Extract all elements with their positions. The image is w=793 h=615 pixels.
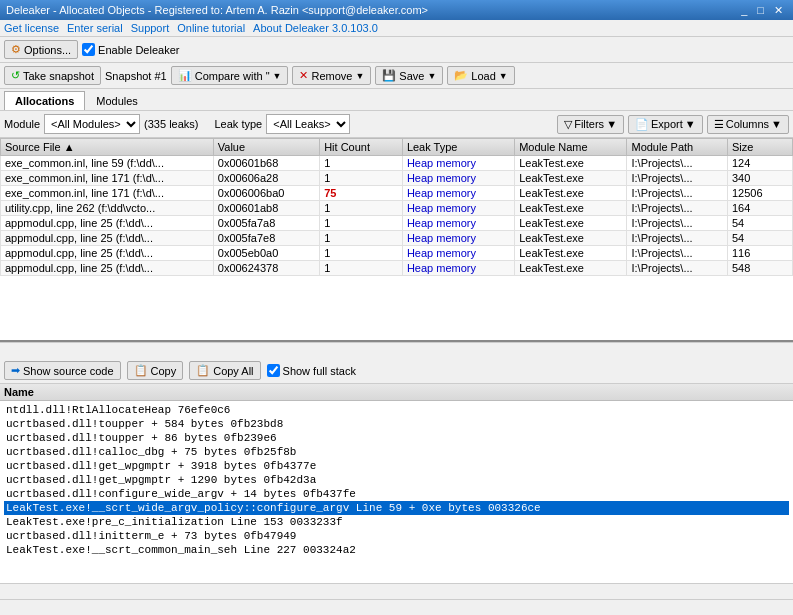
table-row[interactable]: exe_common.inl, line 59 (f:\dd\... 0x006… — [1, 156, 793, 171]
table-row[interactable]: appmodul.cpp, line 25 (f:\dd\... 0x005eb… — [1, 246, 793, 261]
col-header-leaktype[interactable]: Leak Type — [402, 139, 514, 156]
columns-button[interactable]: ☰ Columns ▼ — [707, 115, 789, 134]
module-select[interactable]: <All Modules> — [44, 114, 140, 134]
filter-icon: ▽ — [564, 118, 572, 131]
cell-value: 0x005fa7e8 — [213, 231, 319, 246]
menu-bar: Get license Enter serial Support Online … — [0, 20, 793, 37]
cell-modulename: LeakTest.exe — [515, 261, 627, 276]
menu-about[interactable]: About Deleaker 3.0.103.0 — [253, 22, 378, 34]
cell-size: 548 — [727, 261, 792, 276]
col-header-modulepath[interactable]: Module Path — [627, 139, 727, 156]
tab-modules[interactable]: Modules — [85, 91, 149, 110]
stack-item[interactable]: LeakTest.exe!__scrt_wide_argv_policy::co… — [4, 501, 789, 515]
module-count: (335 leaks) — [144, 118, 198, 130]
cell-modulename: LeakTest.exe — [515, 231, 627, 246]
tab-bar: Allocations Modules — [0, 89, 793, 111]
stack-horizontal-scrollbar[interactable] — [0, 583, 793, 599]
columns-icon: ☰ — [714, 118, 724, 131]
col-header-hitcount[interactable]: Hit Count — [320, 139, 403, 156]
table-row[interactable]: utility.cpp, line 262 (f:\dd\vcto... 0x0… — [1, 201, 793, 216]
col-header-size[interactable]: Size — [727, 139, 792, 156]
stack-item[interactable]: ucrtbased.dll!toupper + 86 bytes 0fb239e… — [4, 431, 789, 445]
bottom-toolbar: ➡ Show source code 📋 Copy 📋 Copy All Sho… — [0, 358, 793, 384]
cell-modulepath: I:\Projects\... — [627, 246, 727, 261]
title-text: Deleaker - Allocated Objects - Registere… — [6, 4, 428, 16]
table-header-row: Source File ▲ Value Hit Count Leak Type — [1, 139, 793, 156]
filters-button[interactable]: ▽ Filters ▼ — [557, 115, 624, 134]
export-arrow: ▼ — [685, 118, 696, 130]
cell-value: 0x00601b68 — [213, 156, 319, 171]
cell-source: utility.cpp, line 262 (f:\dd\vcto... — [1, 201, 214, 216]
save-button[interactable]: 💾 Save ▼ — [375, 66, 443, 85]
stack-item[interactable]: ucrtbased.dll!toupper + 584 bytes 0fb23b… — [4, 417, 789, 431]
cell-hitcount: 1 — [320, 216, 403, 231]
table-row[interactable]: appmodul.cpp, line 25 (f:\dd\... 0x005fa… — [1, 216, 793, 231]
snapshot-icon: ↺ — [11, 69, 20, 82]
load-arrow: ▼ — [499, 71, 508, 81]
stack-item[interactable]: LeakTest.exe!__scrt_common_main_seh Line… — [4, 543, 789, 557]
stack-item[interactable]: ucrtbased.dll!get_wpgmptr + 3918 bytes 0… — [4, 459, 789, 473]
leak-type-label: Leak type — [215, 118, 263, 130]
enable-deleaker-checkbox-label[interactable]: Enable Deleaker — [82, 43, 179, 56]
cell-modulepath: I:\Projects\... — [627, 216, 727, 231]
col-header-modulename[interactable]: Module Name — [515, 139, 627, 156]
tab-allocations[interactable]: Allocations — [4, 91, 85, 110]
menu-get-license[interactable]: Get license — [4, 22, 59, 34]
compare-with-button[interactable]: 📊 Compare with " ▼ — [171, 66, 289, 85]
stack-item[interactable]: ntdll.dll!RtlAllocateHeap 76efe0c6 — [4, 403, 789, 417]
take-snapshot-button[interactable]: ↺ Take snapshot — [4, 66, 101, 85]
stack-item[interactable]: LeakTest.exe!pre_c_initialization Line 1… — [4, 515, 789, 529]
cell-size: 54 — [727, 216, 792, 231]
cell-modulepath: I:\Projects\... — [627, 201, 727, 216]
stack-item[interactable]: ucrtbased.dll!get_wpgmptr + 1290 bytes 0… — [4, 473, 789, 487]
cell-leaktype: Heap memory — [402, 216, 514, 231]
cell-source: appmodul.cpp, line 25 (f:\dd\... — [1, 246, 214, 261]
options-button[interactable]: ⚙ Options... — [4, 40, 78, 59]
export-button[interactable]: 📄 Export ▼ — [628, 115, 703, 134]
table-row[interactable]: exe_common.inl, line 171 (f:\d\... 0x006… — [1, 171, 793, 186]
col-header-value[interactable]: Value — [213, 139, 319, 156]
menu-enter-serial[interactable]: Enter serial — [67, 22, 123, 34]
menu-support[interactable]: Support — [131, 22, 170, 34]
copy-all-button[interactable]: 📋 Copy All — [189, 361, 260, 380]
table-row[interactable]: exe_common.inl, line 171 (f:\d\... 0x006… — [1, 186, 793, 201]
load-button[interactable]: 📂 Load ▼ — [447, 66, 514, 85]
module-label: Module — [4, 118, 40, 130]
remove-button[interactable]: ✕ Remove ▼ — [292, 66, 371, 85]
minimize-button[interactable]: _ — [737, 3, 751, 17]
enable-deleaker-checkbox[interactable] — [82, 43, 95, 56]
cell-source: appmodul.cpp, line 25 (f:\dd\... — [1, 231, 214, 246]
stack-item[interactable]: ucrtbased.dll!configure_wide_argv + 14 b… — [4, 487, 789, 501]
leak-type-select[interactable]: <All Leaks> — [266, 114, 350, 134]
save-icon: 💾 — [382, 69, 396, 82]
cell-source: exe_common.inl, line 171 (f:\d\... — [1, 186, 214, 201]
stack-panel: Name ntdll.dll!RtlAllocateHeap 76efe0c6u… — [0, 384, 793, 599]
copy-button[interactable]: 📋 Copy — [127, 361, 184, 380]
cell-modulepath: I:\Projects\... — [627, 156, 727, 171]
table-horizontal-scrollbar[interactable] — [0, 342, 793, 358]
options-toolbar: ⚙ Options... Enable Deleaker — [0, 37, 793, 63]
stack-item[interactable]: ucrtbased.dll!initterm_e + 73 bytes 0fb4… — [4, 529, 789, 543]
table-row[interactable]: appmodul.cpp, line 25 (f:\dd\... 0x005fa… — [1, 231, 793, 246]
cell-size: 124 — [727, 156, 792, 171]
cell-modulepath: I:\Projects\... — [627, 231, 727, 246]
stack-list[interactable]: ntdll.dll!RtlAllocateHeap 76efe0c6ucrtba… — [0, 401, 793, 583]
table-row[interactable]: appmodul.cpp, line 25 (f:\dd\... 0x00624… — [1, 261, 793, 276]
cell-hitcount: 75 — [320, 186, 403, 201]
stack-item[interactable]: ucrtbased.dll!calloc_dbg + 75 bytes 0fb2… — [4, 445, 789, 459]
title-bar: Deleaker - Allocated Objects - Registere… — [0, 0, 793, 20]
cell-leaktype: Heap memory — [402, 231, 514, 246]
cell-modulename: LeakTest.exe — [515, 186, 627, 201]
snapshot-toolbar: ↺ Take snapshot Snapshot #1 📊 Compare wi… — [0, 63, 793, 89]
menu-online-tutorial[interactable]: Online tutorial — [177, 22, 245, 34]
maximize-button[interactable]: □ — [753, 3, 768, 17]
show-full-stack-checkbox[interactable] — [267, 364, 280, 377]
show-source-code-button[interactable]: ➡ Show source code — [4, 361, 121, 380]
upper-panel: Source File ▲ Value Hit Count Leak Type — [0, 138, 793, 358]
close-button[interactable]: ✕ — [770, 3, 787, 17]
cell-size: 54 — [727, 231, 792, 246]
table-container[interactable]: Source File ▲ Value Hit Count Leak Type — [0, 138, 793, 342]
show-full-stack-label[interactable]: Show full stack — [267, 364, 356, 377]
cell-leaktype: Heap memory — [402, 246, 514, 261]
col-header-source[interactable]: Source File ▲ — [1, 139, 214, 156]
